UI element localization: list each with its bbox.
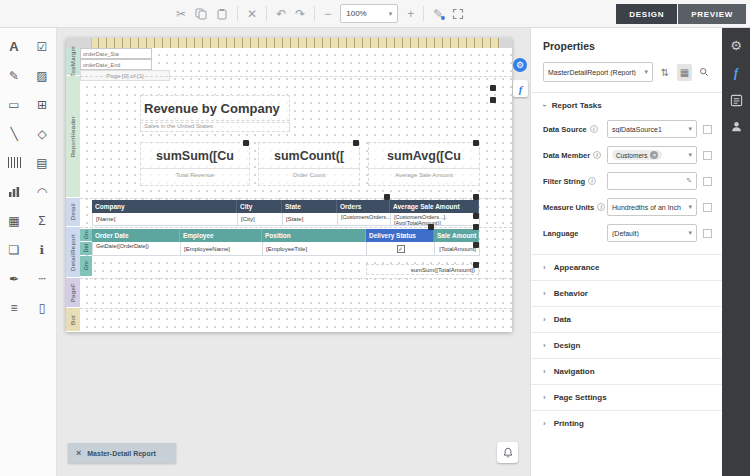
- report-tab[interactable]: × Master-Detail Report: [68, 443, 176, 463]
- edit-pen-icon[interactable]: ✎: [433, 8, 443, 20]
- fullscreen-icon[interactable]: [452, 8, 464, 20]
- toolbox-sparkline-icon[interactable]: Σ: [31, 210, 53, 232]
- smart-tag-icon[interactable]: [490, 97, 496, 103]
- band-report-header[interactable]: ReportHeader: [66, 76, 80, 198]
- preview-tab-button[interactable]: PREVIEW: [678, 4, 746, 24]
- section-printing[interactable]: ›Printing: [531, 410, 722, 436]
- copy-icon[interactable]: [195, 8, 207, 20]
- toolbox-label-icon[interactable]: A: [3, 36, 25, 58]
- column-header[interactable]: Company: [92, 200, 237, 213]
- field-checkbox[interactable]: [703, 177, 712, 186]
- close-icon[interactable]: ×: [76, 449, 81, 458]
- remove-icon[interactable]: ×: [650, 151, 658, 159]
- data-member-dropdown[interactable]: Customers × ▾: [607, 146, 697, 164]
- smart-tag-icon[interactable]: [353, 140, 359, 146]
- table-cell[interactable]: [CustomersOrders...]: [338, 213, 391, 226]
- component-selector[interactable]: MasterDetailReport (Report) ▾: [543, 62, 653, 82]
- smart-tag-icon[interactable]: [473, 140, 479, 146]
- column-header-selected[interactable]: Delivery Status: [366, 229, 434, 242]
- toolbox-table-of-contents-icon[interactable]: ≡: [3, 297, 25, 319]
- table-cell[interactable]: [CustomersOrders...].[Avg(TotalAmount)]: [391, 213, 480, 226]
- info-icon[interactable]: i: [590, 125, 598, 133]
- grid-view-icon[interactable]: ▦: [677, 64, 693, 81]
- toolbox-character-comb-icon[interactable]: ▤: [31, 152, 53, 174]
- smart-tag-icon[interactable]: [243, 140, 249, 146]
- toolbox-barcode-icon[interactable]: [3, 152, 25, 174]
- table-cell[interactable]: [Name]: [93, 213, 238, 226]
- data-source-dropdown[interactable]: sqlDataSource1 ▾: [607, 120, 697, 138]
- filter-string-input[interactable]: ✎: [607, 172, 697, 190]
- table-cell-checkbox[interactable]: ✓: [367, 242, 435, 256]
- properties-fab-gear-icon[interactable]: ⚙: [513, 58, 527, 72]
- section-behavior[interactable]: ›Behavior: [531, 280, 722, 306]
- column-header[interactable]: Employee: [180, 229, 262, 242]
- column-header[interactable]: Order Date: [92, 229, 180, 242]
- smart-tag-icon[interactable]: [473, 194, 479, 200]
- column-header[interactable]: State: [282, 200, 337, 213]
- user-icon[interactable]: [730, 120, 743, 133]
- group-footer-summary[interactable]: sumSum([TotalAmount]): [366, 264, 479, 275]
- column-header[interactable]: Position: [262, 229, 366, 242]
- table-cell[interactable]: [State]: [283, 213, 338, 226]
- expressions-fx-icon[interactable]: f: [734, 66, 738, 81]
- toolbox-panel-icon[interactable]: ▭: [3, 94, 25, 116]
- field-checkbox[interactable]: [703, 203, 712, 212]
- smart-tag-icon[interactable]: [473, 242, 479, 248]
- info-icon[interactable]: i: [597, 203, 605, 211]
- section-design[interactable]: ›Design: [531, 332, 722, 358]
- toolbox-gauge-icon[interactable]: ◠: [31, 181, 53, 203]
- sub-band-group-header[interactable]: Gro: [80, 229, 92, 241]
- column-header[interactable]: City: [237, 200, 282, 213]
- toolbox-checkbox-icon[interactable]: ☑: [31, 36, 53, 58]
- smart-tag-icon[interactable]: [428, 224, 434, 230]
- summary-total-revenue[interactable]: sumSum([Cu Total Revenue: [140, 142, 250, 186]
- section-navigation[interactable]: ›Navigation: [531, 358, 722, 384]
- info-icon[interactable]: i: [588, 177, 596, 185]
- column-header[interactable]: Average Sale Amount: [390, 200, 479, 213]
- field-checkbox[interactable]: [703, 229, 712, 238]
- table-cell[interactable]: [City]: [238, 213, 283, 226]
- section-appearance[interactable]: ›Appearance: [531, 254, 722, 280]
- toolbox-page-break-icon[interactable]: ┄: [31, 268, 53, 290]
- band-bottom-margin[interactable]: Bot: [66, 308, 80, 332]
- section-data[interactable]: ›Data: [531, 306, 722, 332]
- page-content[interactable]: Revenue by Company Sales in the United S…: [80, 48, 512, 332]
- info-icon[interactable]: i: [593, 151, 601, 159]
- toolbox-pivot-grid-icon[interactable]: ▦: [3, 210, 25, 232]
- section-report-tasks[interactable]: › Report Tasks: [531, 93, 722, 116]
- zoom-select[interactable]: 100% ▾: [340, 4, 398, 23]
- parameter-box[interactable]: orderDate_Sta: [80, 48, 152, 59]
- table-cell[interactable]: GetDate([OrderDate]): [93, 242, 181, 256]
- language-dropdown[interactable]: (Default) ▾: [607, 224, 697, 242]
- toolbox-page-info-icon[interactable]: ℹ: [31, 239, 53, 261]
- toolbox-chart-icon[interactable]: [3, 181, 25, 203]
- design-tab-button[interactable]: DESIGN: [616, 4, 677, 24]
- band-detail[interactable]: Detail: [66, 198, 80, 227]
- smart-tag-icon[interactable]: [473, 262, 479, 268]
- smart-tag-icon[interactable]: [490, 85, 496, 91]
- report-title-label[interactable]: Revenue by Company: [140, 95, 290, 121]
- toolbox-table-icon[interactable]: ⊞: [31, 94, 53, 116]
- toolbox-cross-band-box-icon[interactable]: ▯: [31, 297, 53, 319]
- column-header[interactable]: Orders: [337, 200, 390, 213]
- table-cell[interactable]: [EmployeeName]: [181, 242, 263, 256]
- band-page-footer[interactable]: PageF: [66, 278, 80, 308]
- zoom-out-icon[interactable]: −: [324, 8, 331, 20]
- field-checkbox[interactable]: [703, 125, 712, 134]
- band-top-margin[interactable]: TopMargin: [66, 48, 80, 76]
- report-subtitle-label[interactable]: Sales in the United States: [140, 122, 290, 132]
- smart-tag-icon[interactable]: [473, 213, 479, 219]
- paste-icon[interactable]: [216, 8, 228, 20]
- summary-order-count[interactable]: sumCount([ Order Count: [258, 142, 360, 186]
- properties-gear-icon[interactable]: ⚙: [730, 38, 742, 53]
- notifications-button[interactable]: [497, 442, 518, 463]
- summary-average-sale[interactable]: sumAvg([Cu Average Sale Amount: [368, 142, 480, 186]
- toolbox-line-icon[interactable]: ╲: [3, 123, 25, 145]
- parameter-box[interactable]: orderDate_End: [80, 59, 152, 70]
- sub-band-detail[interactable]: Det: [80, 242, 92, 255]
- zoom-in-icon[interactable]: +: [407, 8, 414, 20]
- measure-units-dropdown[interactable]: Hundredths of an Inch ▾: [607, 198, 697, 216]
- band-detail-report[interactable]: DetailReport: [66, 227, 80, 278]
- sort-icon[interactable]: ⇅: [657, 64, 673, 81]
- field-list-icon[interactable]: [730, 94, 743, 107]
